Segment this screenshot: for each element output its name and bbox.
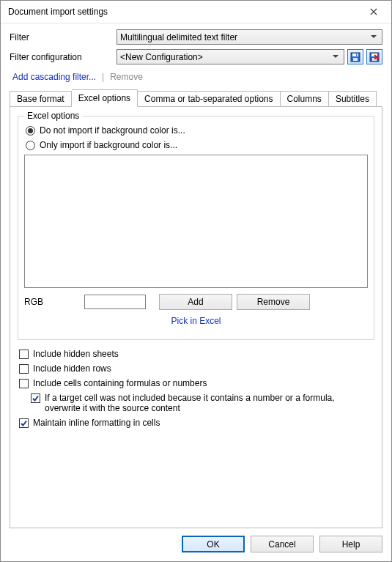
dialog-footer: OK Cancel Help <box>1 528 391 561</box>
link-separator: | <box>102 72 104 82</box>
svg-rect-1 <box>352 53 358 56</box>
check-hidden-sheets-row[interactable]: Include hidden sheets <box>19 349 374 359</box>
check-maintain-inline[interactable] <box>19 418 29 428</box>
dialog-window: Document import settings Filter Multilin… <box>0 0 392 562</box>
filter-select[interactable]: Multilingual delimited text filter <box>117 29 382 45</box>
ok-button[interactable]: OK <box>182 536 245 552</box>
filter-config-value: <New Configuration> <box>120 52 330 62</box>
check-overwrite[interactable] <box>31 393 40 403</box>
check-overwrite-label: If a target cell was not included becaus… <box>45 393 360 413</box>
svg-rect-2 <box>353 58 358 61</box>
radio-do-not-import-label: Do not import if background color is... <box>40 125 185 136</box>
title-bar: Document import settings <box>1 1 391 23</box>
tab-base-format[interactable]: Base format <box>10 91 72 107</box>
chevron-down-icon <box>369 35 379 39</box>
tab-excel-options[interactable]: Excel options <box>72 89 138 107</box>
filter-config-row: Filter configuration <New Configuration> <box>10 49 382 64</box>
radio-only-import-row[interactable]: Only import if background color is... <box>26 140 368 150</box>
tab-page-excel-options: Excel options Do not import if backgroun… <box>10 107 382 528</box>
add-color-button[interactable]: Add <box>159 294 232 310</box>
svg-rect-3 <box>356 53 358 56</box>
filter-config-label: Filter configuration <box>10 52 117 62</box>
check-hidden-sheets[interactable] <box>19 350 29 359</box>
floppy-save-icon <box>350 52 360 62</box>
checkbox-block: Include hidden sheets Include hidden row… <box>18 347 374 432</box>
check-hidden-sheets-label: Include hidden sheets <box>33 349 119 359</box>
filter-config-select[interactable]: <New Configuration> <box>117 49 344 64</box>
cancel-button[interactable]: Cancel <box>251 536 314 552</box>
filter-label: Filter <box>10 32 117 42</box>
tab-csv-options[interactable]: Comma or tab-separated options <box>138 91 280 107</box>
check-hidden-rows-row[interactable]: Include hidden rows <box>19 363 374 374</box>
add-cascading-filter-link[interactable]: Add cascading filter... <box>12 72 96 82</box>
remove-filter-link: Remove <box>110 72 143 82</box>
remove-color-button[interactable]: Remove <box>237 294 310 310</box>
tab-strip: Base format Excel options Comma or tab-s… <box>10 89 382 107</box>
delete-config-button[interactable] <box>366 49 382 64</box>
check-cells-formulas-row[interactable]: Include cells containing formulas or num… <box>19 378 374 388</box>
check-maintain-inline-row[interactable]: Maintain inline formatting in cells <box>19 418 374 428</box>
help-button[interactable]: Help <box>319 536 382 552</box>
color-list[interactable] <box>24 155 368 288</box>
close-button[interactable] <box>359 1 388 22</box>
excel-options-group: Excel options Do not import if backgroun… <box>18 116 374 340</box>
save-config-button[interactable] <box>347 49 363 64</box>
rgb-label: RGB <box>24 297 80 307</box>
radio-do-not-import[interactable] <box>26 126 35 136</box>
pick-in-excel-row: Pick in Excel <box>24 316 368 326</box>
radio-do-not-import-row[interactable]: Do not import if background color is... <box>26 125 368 136</box>
check-hidden-rows-label: Include hidden rows <box>33 363 111 374</box>
check-overwrite-row[interactable]: If a target cell was not included becaus… <box>31 393 374 413</box>
filter-select-value: Multilingual delimited text filter <box>120 32 369 42</box>
close-icon <box>370 8 377 15</box>
tab-subtitles[interactable]: Subtitles <box>329 91 377 107</box>
dialog-content: Filter Multilingual delimited text filte… <box>1 23 391 528</box>
check-cells-formulas[interactable] <box>19 379 29 388</box>
floppy-delete-icon <box>369 52 380 62</box>
radio-only-import[interactable] <box>26 141 35 150</box>
check-cells-formulas-label: Include cells containing formulas or num… <box>33 378 207 388</box>
pick-in-excel-link[interactable]: Pick in Excel <box>171 316 221 326</box>
excel-options-group-title: Excel options <box>24 111 82 121</box>
tab-columns[interactable]: Columns <box>281 91 329 107</box>
window-title: Document import settings <box>8 7 359 17</box>
chevron-down-icon <box>330 55 341 59</box>
radio-only-import-label: Only import if background color is... <box>40 140 177 150</box>
check-maintain-inline-label: Maintain inline formatting in cells <box>33 418 160 428</box>
filter-row: Filter Multilingual delimited text filte… <box>10 29 382 45</box>
rgb-input[interactable] <box>84 295 146 309</box>
check-hidden-rows[interactable] <box>19 364 29 374</box>
filter-links-row: Add cascading filter... | Remove <box>12 72 382 82</box>
rgb-row: RGB Add Remove <box>24 294 368 310</box>
